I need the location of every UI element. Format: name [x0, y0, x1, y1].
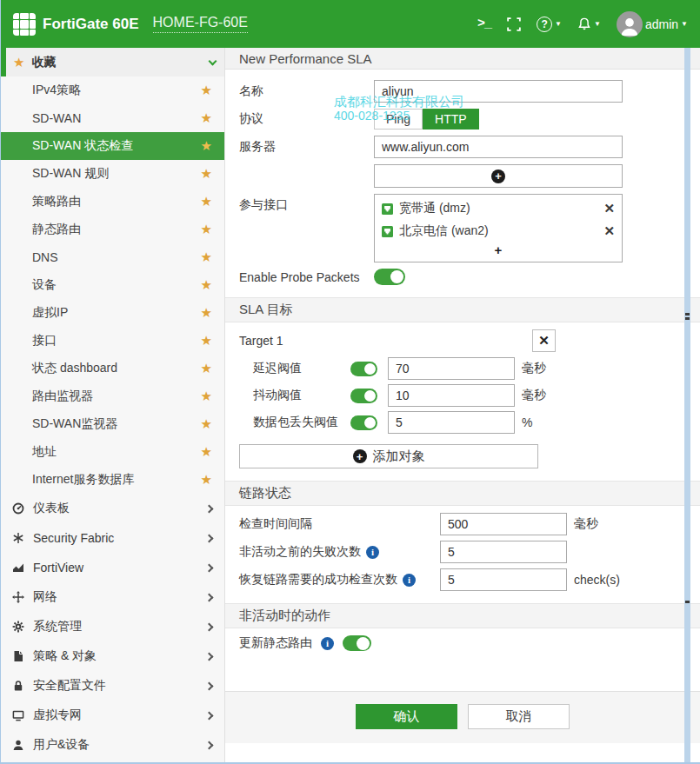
policy-icon: [11, 649, 25, 663]
remove-icon[interactable]: ✕: [603, 223, 615, 239]
scrollbar-mark: [685, 313, 690, 316]
sidebar-favorite-item[interactable]: SD-WAN 规则 ★: [1, 160, 224, 188]
sidebar-favorite-item[interactable]: 路由监视器 ★: [1, 382, 224, 410]
user-menu-button[interactable]: admin ▼: [617, 11, 688, 37]
probe-toggle[interactable]: [374, 269, 405, 285]
sidebar-section-item[interactable]: 用户&设备: [1, 730, 224, 760]
scrollbar[interactable]: [684, 48, 690, 762]
probe-label: Enable Probe Packets: [239, 270, 374, 284]
favorites-list: IPv4策略 ★ SD-WAN ★ SD-WAN 状态检查 ★ SD-: [1, 76, 224, 494]
sidebar-section-label: 网络: [33, 589, 57, 605]
sidebar-favorite-item[interactable]: 虚拟IP ★: [1, 299, 224, 327]
star-icon[interactable]: ★: [201, 83, 212, 98]
jitter-input[interactable]: [388, 384, 515, 407]
participant-name: 北京电信 (wan2): [399, 223, 489, 239]
bell-icon: [577, 17, 591, 31]
sidebar-item-label: 接口: [32, 333, 57, 349]
sidebar-section-item[interactable]: 系统管理: [1, 612, 224, 641]
protocol-http-button[interactable]: HTTP: [423, 109, 479, 130]
star-icon[interactable]: ★: [201, 333, 212, 349]
star-icon[interactable]: ★: [201, 249, 212, 265]
sidebar-favorite-item[interactable]: SD-WAN 状态检查 ★: [1, 132, 224, 160]
info-icon: i: [403, 574, 416, 587]
add-interface-button[interactable]: +: [382, 242, 615, 260]
chevron-right-icon: [205, 622, 214, 631]
chevron-right-icon: [205, 593, 214, 601]
star-icon[interactable]: ★: [201, 194, 212, 209]
jitter-unit: 毫秒: [522, 388, 546, 403]
fullscreen-button[interactable]: [507, 17, 521, 31]
failures-input[interactable]: [440, 541, 567, 563]
sidebar: ★ 收藏 IPv4策略 ★ SD-WAN ★: [1, 48, 225, 762]
sidebar-favorite-item[interactable]: 设备 ★: [1, 271, 224, 299]
update-static-route-toggle[interactable]: [343, 635, 371, 651]
top-bar: FortiGate 60E HOME-FG-60E >_ ?▼ ▼ admin …: [1, 0, 700, 48]
remove-target-button[interactable]: ✕: [532, 329, 556, 352]
sidebar-favorite-item[interactable]: IPv4策略 ★: [1, 76, 224, 104]
server-input[interactable]: [374, 136, 623, 158]
sidebar-favorite-item[interactable]: 地址 ★: [1, 438, 224, 466]
star-icon: ★: [13, 55, 24, 70]
chevron-down-icon: [209, 56, 217, 65]
username: admin: [645, 17, 678, 31]
sidebar-favorite-item[interactable]: 状态 dashboard ★: [1, 355, 224, 382]
star-icon[interactable]: ★: [201, 472, 212, 488]
sidebar-favorite-item[interactable]: 静态路由 ★: [1, 216, 224, 243]
sidebar-section-item[interactable]: 网络: [1, 582, 224, 612]
sidebar-section-item[interactable]: Security Fabric: [1, 523, 224, 553]
latency-toggle[interactable]: [350, 362, 377, 376]
interval-input[interactable]: [440, 513, 567, 535]
sidebar-favorite-item[interactable]: 接口 ★: [1, 327, 224, 355]
notifications-button[interactable]: ▼: [577, 17, 601, 31]
sidebar-section-label: 仪表板: [33, 501, 70, 516]
sidebar-section-item[interactable]: FortiView: [1, 553, 224, 582]
cli-console-button[interactable]: >_: [477, 17, 491, 31]
name-input[interactable]: [374, 80, 623, 103]
sidebar-favorite-item[interactable]: SD-WAN监视器 ★: [1, 410, 224, 438]
packet-loss-input[interactable]: [388, 411, 515, 434]
star-icon[interactable]: ★: [201, 389, 212, 404]
brand-title: FortiGate 60E: [43, 16, 139, 33]
add-server-button[interactable]: +: [374, 164, 623, 188]
add-target-button[interactable]: + 添加对象: [239, 444, 538, 468]
chevron-right-icon: [205, 652, 214, 661]
jitter-toggle[interactable]: [350, 389, 377, 403]
sidebar-favorite-item[interactable]: DNS ★: [1, 243, 224, 271]
star-icon[interactable]: ★: [201, 277, 212, 293]
sidebar-section-item[interactable]: 仪表板: [1, 494, 224, 523]
restore-label: 恢复链路需要的成功检查次数: [239, 572, 397, 588]
sla-section-header: SLA 目标: [225, 297, 700, 322]
packet-loss-toggle[interactable]: [350, 415, 377, 430]
hostname[interactable]: HOME-FG-60E: [153, 15, 248, 33]
sidebar-section-item[interactable]: 安全配置文件: [1, 671, 224, 701]
sidebar-section-item[interactable]: 虚拟专网: [1, 701, 224, 730]
sidebar-favorite-item[interactable]: Internet服务数据库 ★: [1, 466, 224, 494]
inactive-section-header: 非活动时的动作: [225, 603, 700, 628]
star-icon[interactable]: ★: [201, 222, 212, 237]
remove-icon[interactable]: ✕: [603, 201, 615, 216]
restore-unit: check(s): [574, 573, 620, 587]
sidebar-section-item[interactable]: 策略 & 对象: [1, 641, 224, 671]
sidebar-item-label: SD-WAN 状态检查: [32, 138, 133, 154]
star-icon[interactable]: ★: [201, 444, 212, 460]
interval-unit: 毫秒: [574, 516, 598, 532]
latency-input[interactable]: [388, 357, 515, 380]
star-icon[interactable]: ★: [201, 361, 212, 376]
restore-input[interactable]: [440, 568, 567, 591]
favorites-header[interactable]: ★ 收藏: [1, 48, 224, 76]
protocol-ping-button[interactable]: Ping: [374, 109, 423, 130]
sidebar-favorite-item[interactable]: SD-WAN ★: [1, 104, 224, 132]
star-icon[interactable]: ★: [201, 416, 212, 432]
help-menu-button[interactable]: ?▼: [537, 17, 562, 32]
sidebar-favorite-item[interactable]: 策略路由 ★: [1, 188, 224, 216]
star-icon[interactable]: ★: [201, 305, 212, 321]
avatar: [617, 11, 643, 37]
cancel-button[interactable]: 取消: [468, 704, 570, 729]
scrollbar-mark: [685, 317, 690, 320]
confirm-button[interactable]: 确认: [356, 704, 457, 729]
sidebar-item-label: 策略路由: [32, 194, 81, 209]
star-icon[interactable]: ★: [201, 110, 212, 126]
sidebar-section-label: 安全配置文件: [33, 678, 106, 694]
star-icon[interactable]: ★: [201, 166, 212, 182]
star-icon[interactable]: ★: [201, 138, 212, 154]
